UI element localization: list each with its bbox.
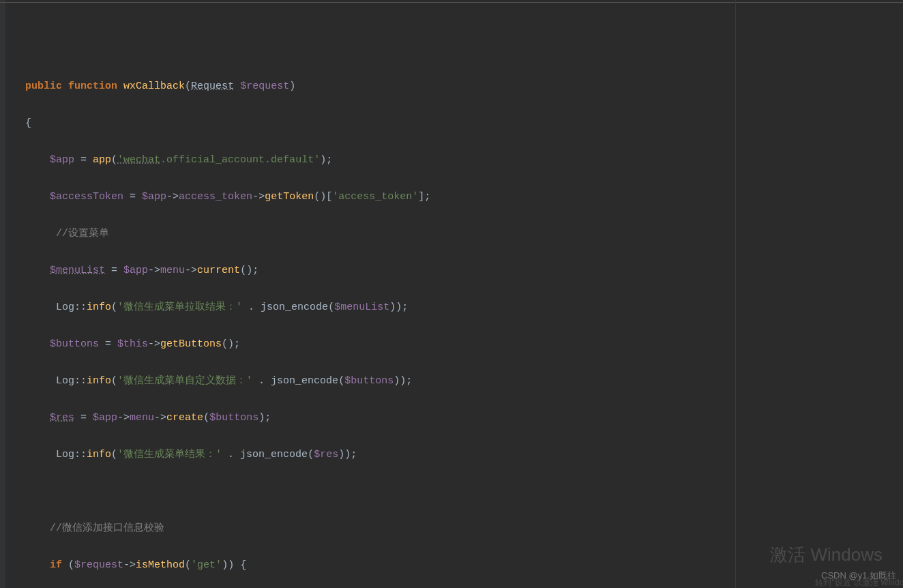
code-line[interactable]: Log::info('微信生成菜单拉取结果：' . json_encode($m… xyxy=(7,298,903,317)
code-line[interactable]: //微信添加接口信息校验 xyxy=(7,519,903,538)
margin-line xyxy=(735,0,736,588)
code-line[interactable]: Log::info('微信生成菜单自定义数据：' . json_encode($… xyxy=(7,372,903,390)
code-line[interactable]: { xyxy=(7,114,903,132)
code-line[interactable]: $app = app('wechat.official_account.defa… xyxy=(7,151,903,169)
code-line[interactable]: $accessToken = $app->access_token->getTo… xyxy=(7,188,903,206)
code-line[interactable]: $res = $app->menu->create($buttons); xyxy=(7,409,903,427)
windows-activation-watermark: 激活 Windows xyxy=(770,539,883,571)
gutter xyxy=(0,0,5,588)
code-line[interactable]: $buttons = $this->getButtons(); xyxy=(7,335,903,353)
code-editor[interactable]: public function wxCallback(Request $requ… xyxy=(0,0,903,588)
code-line[interactable]: Log::info('微信生成菜单结果：' . json_encode($res… xyxy=(7,445,903,464)
code-line[interactable] xyxy=(7,482,903,501)
top-border xyxy=(0,2,903,3)
windows-activation-sub: 转到"设置"以激活 Window xyxy=(815,576,903,588)
code-line[interactable]: if ($request->isMethod('get')) { xyxy=(7,556,903,574)
code-line[interactable]: //设置菜单 xyxy=(7,224,903,243)
code-line[interactable]: $menuList = $app->menu->current(); xyxy=(7,261,903,280)
code-line[interactable]: public function wxCallback(Request $requ… xyxy=(7,77,903,95)
